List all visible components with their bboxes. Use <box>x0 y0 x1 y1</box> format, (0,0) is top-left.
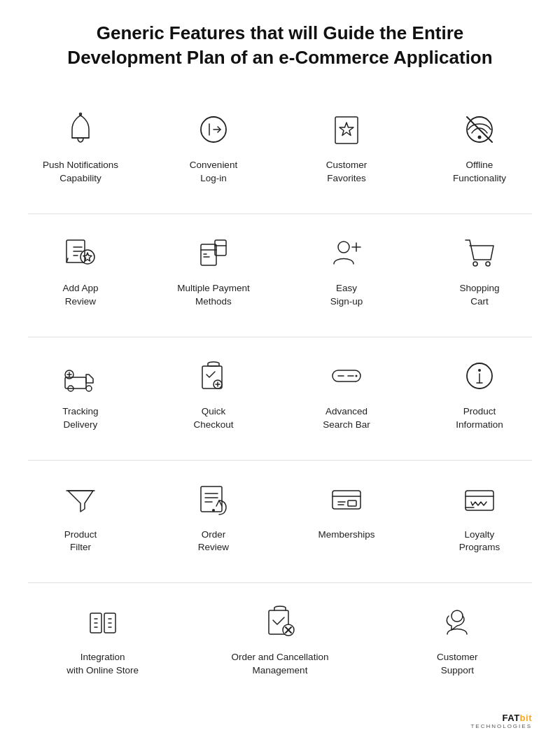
integration-online-store-icon <box>82 601 124 643</box>
svg-point-40 <box>212 509 215 512</box>
customer-favorites-icon <box>326 108 368 150</box>
svg-rect-10 <box>201 244 216 265</box>
section-divider <box>28 214 532 214</box>
svg-rect-45 <box>348 500 356 506</box>
feature-item-order-cancellation: Order and Cancellation Management <box>191 587 368 699</box>
feature-row-0: Push Notifications CapabilityConvenient … <box>14 94 546 206</box>
convenient-login-icon <box>192 108 234 150</box>
quick-checkout-icon <box>192 355 234 397</box>
brand-logo: FATbit TECHNOLOGIES <box>14 706 546 735</box>
advanced-search-label: Advanced Search Bar <box>323 405 370 432</box>
svg-point-5 <box>478 136 482 139</box>
customer-support-label: Customer Support <box>437 651 478 678</box>
svg-point-17 <box>473 262 477 266</box>
product-info-label: Product Information <box>456 405 503 432</box>
tracking-delivery-icon <box>59 355 102 397</box>
order-cancellation-icon <box>259 601 301 643</box>
section-divider <box>28 337 532 337</box>
feature-item-integration-online-store: Integration with Online Store <box>14 587 191 699</box>
feature-row-3: Product FilterOrder ReviewMembershipsLoy… <box>14 464 546 576</box>
product-filter-label: Product Filter <box>64 528 97 555</box>
feature-item-order-review: Order Review <box>147 464 280 576</box>
loyalty-programs-icon <box>458 478 500 520</box>
page-title: Generic Features that will Guide the Ent… <box>14 21 546 70</box>
shopping-cart-label: Shopping Cart <box>459 282 499 309</box>
svg-point-33 <box>478 369 481 372</box>
loyalty-programs-label: Loyalty Programs <box>459 528 500 555</box>
feature-item-offline-functionality: Offline Functionality <box>413 94 546 206</box>
order-cancellation-label: Order and Cancellation Management <box>232 651 329 678</box>
push-notifications-label: Push Notifications Capability <box>43 159 118 186</box>
feature-item-push-notifications: Push Notifications Capability <box>14 94 147 206</box>
memberships-label: Memberships <box>318 528 374 542</box>
add-app-review-icon <box>59 232 102 274</box>
section-divider <box>28 582 532 583</box>
svg-point-8 <box>80 250 94 264</box>
feature-item-loyalty-programs: Loyalty Programs <box>413 464 546 576</box>
svg-rect-3 <box>335 117 358 144</box>
add-app-review-label: Add App Review <box>62 282 98 309</box>
multiple-payment-label: Multiple Payment Methods <box>177 282 250 309</box>
easy-signup-label: Easy Sign-up <box>330 282 363 309</box>
convenient-login-label: Convenient Log-in <box>190 159 237 186</box>
section-divider <box>28 460 532 461</box>
multiple-payment-icon <box>192 232 234 274</box>
feature-item-memberships: Memberships <box>280 464 413 576</box>
svg-point-61 <box>451 610 463 622</box>
feature-item-add-app-review: Add App Review <box>14 218 147 330</box>
svg-point-14 <box>338 241 349 253</box>
feature-row-4: Integration with Online StoreOrder and C… <box>14 587 546 699</box>
quick-checkout-label: Quick Checkout <box>193 405 233 432</box>
feature-item-tracking-delivery: Tracking Delivery <box>14 341 147 453</box>
easy-signup-icon <box>326 232 368 274</box>
svg-point-30 <box>356 374 358 377</box>
feature-item-customer-support: Customer Support <box>369 587 546 699</box>
feature-item-product-info: Product Information <box>413 341 546 453</box>
customer-favorites-label: Customer Favorites <box>326 159 368 186</box>
product-filter-icon <box>59 478 102 520</box>
integration-online-store-label: Integration with Online Store <box>66 651 139 678</box>
feature-item-multiple-payment: Multiple Payment Methods <box>147 218 280 330</box>
page: Generic Features that will Guide the Ent… <box>0 0 560 735</box>
feature-item-convenient-login: Convenient Log-in <box>147 94 280 206</box>
customer-support-icon <box>436 601 478 643</box>
svg-point-18 <box>486 262 490 266</box>
offline-functionality-icon <box>458 108 500 150</box>
feature-item-quick-checkout: Quick Checkout <box>147 341 280 453</box>
feature-item-advanced-search: Advanced Search Bar <box>280 341 413 453</box>
feature-item-easy-signup: Easy Sign-up <box>280 218 413 330</box>
offline-functionality-label: Offline Functionality <box>453 159 506 186</box>
push-notifications-icon <box>59 108 102 150</box>
memberships-icon <box>326 478 368 520</box>
tracking-delivery-label: Tracking Delivery <box>62 405 98 432</box>
order-review-label: Order Review <box>198 528 229 555</box>
svg-point-21 <box>86 386 92 391</box>
advanced-search-icon <box>326 355 368 397</box>
shopping-cart-icon <box>458 232 500 274</box>
order-review-icon <box>192 478 234 520</box>
feature-item-shopping-cart: Shopping Cart <box>413 218 546 330</box>
svg-rect-36 <box>201 486 222 512</box>
feature-item-customer-favorites: Customer Favorites <box>280 94 413 206</box>
feature-row-2: Tracking DeliveryQuick CheckoutAdvanced … <box>14 341 546 453</box>
feature-row-1: Add App ReviewMultiple Payment MethodsEa… <box>14 218 546 330</box>
product-info-icon <box>458 355 500 397</box>
feature-item-product-filter: Product Filter <box>14 464 147 576</box>
